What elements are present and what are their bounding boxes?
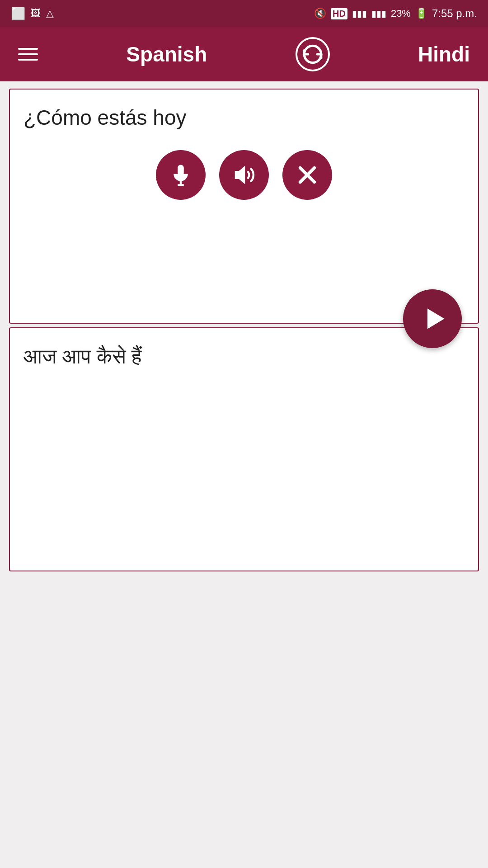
- signal-icon-2: ▮▮▮: [371, 8, 386, 19]
- status-bar-right: 🔇 HD ▮▮▮ ▮▮▮ 23% 🔋 7:55 p.m.: [314, 7, 477, 20]
- mute-icon: 🔇: [314, 8, 326, 19]
- source-text[interactable]: ¿Cómo estás hoy: [10, 90, 478, 141]
- send-button-wrapper: [403, 289, 462, 348]
- main-content: ¿Cómo estás hoy: [0, 89, 488, 571]
- source-language-label[interactable]: Spanish: [126, 42, 207, 66]
- battery-percent: 23%: [391, 8, 411, 19]
- svg-marker-6: [427, 309, 445, 329]
- whatsapp-icon: ⬜: [11, 7, 25, 21]
- toolbar: Spanish Hindi: [0, 27, 488, 81]
- status-bar-left: ⬜ 🖼 △: [11, 7, 54, 21]
- svg-marker-3: [235, 166, 245, 184]
- hd-icon: HD: [331, 8, 347, 19]
- signal-icon: ▮▮▮: [352, 8, 367, 19]
- controls-row: [10, 141, 478, 213]
- speaker-button[interactable]: [219, 150, 269, 200]
- menu-button[interactable]: [18, 48, 38, 61]
- source-text-box: ¿Cómo estás hoy: [9, 89, 479, 324]
- send-button[interactable]: [403, 289, 462, 348]
- translation-text-box: आज आप कैसे हैं: [9, 327, 479, 571]
- battery-icon: 🔋: [415, 8, 427, 19]
- image-icon: 🖼: [31, 8, 41, 19]
- swap-languages-button[interactable]: [296, 37, 330, 71]
- microphone-button[interactable]: [156, 150, 206, 200]
- status-bar: ⬜ 🖼 △ 🔇 HD ▮▮▮ ▮▮▮ 23% 🔋 7:55 p.m.: [0, 0, 488, 27]
- clear-button[interactable]: [282, 150, 332, 200]
- clock: 7:55 p.m.: [432, 7, 477, 20]
- target-language-label[interactable]: Hindi: [418, 42, 470, 66]
- alert-icon: △: [46, 8, 54, 19]
